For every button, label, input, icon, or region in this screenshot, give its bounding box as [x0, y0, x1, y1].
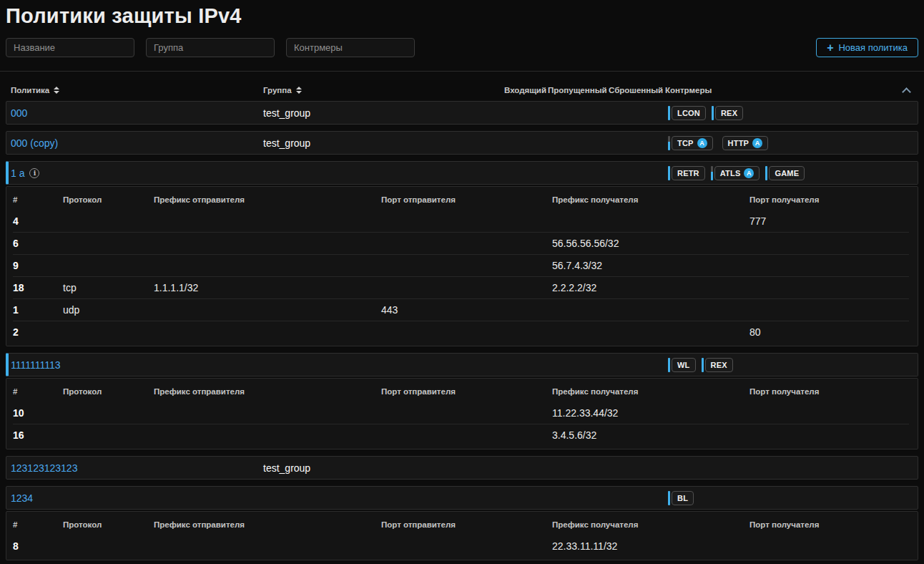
sort-icon[interactable]	[54, 87, 59, 94]
rules-subtable: #ПротоколПрефикс отправителяПорт отправи…	[6, 378, 918, 449]
rule-row: 18tcp1.1.1.1/322.2.2.2/32	[13, 276, 909, 298]
subtable-column-src_prefix: Префикс отправителя	[154, 520, 381, 529]
column-passed: Пропущенный	[548, 86, 609, 94]
info-icon[interactable]: i	[29, 168, 39, 178]
rule-dst_port: 80	[749, 326, 909, 338]
badge-pill: REX	[715, 106, 743, 120]
rules-subtable: #ПротоколПрефикс отправителяПорт отправи…	[6, 511, 918, 560]
policy-row[interactable]: 1 aiRETRATLSAGAME	[6, 161, 918, 185]
policy-group-value: test_group	[263, 462, 504, 474]
subtable-header: #ПротоколПрефикс отправителяПорт отправи…	[13, 381, 909, 402]
countermeasure-badges: TCPAHTTPA	[665, 136, 909, 150]
badge-level-bar-icon	[712, 106, 714, 120]
rule-row: 280	[13, 321, 909, 343]
collapse-all-chevron-icon[interactable]	[903, 87, 910, 94]
rule-row: 822.33.11.11/32	[13, 535, 909, 557]
column-policy: Политика	[11, 86, 263, 94]
badge-level-bar-icon	[765, 166, 767, 180]
rule-num: 8	[13, 540, 63, 552]
table-header: Политика Группа Входящий Пропущенный Сбр…	[6, 79, 918, 101]
countermeasure-badge: GAME	[765, 166, 805, 180]
subtable-column-protocol: Протокол	[63, 387, 154, 396]
group-filter-input[interactable]	[146, 38, 275, 57]
policy-cell: 1111111113	[11, 359, 263, 371]
badge-pill: HTTPA	[722, 136, 769, 150]
badge-label: LCON	[677, 109, 700, 117]
policy-link[interactable]: 1234	[11, 492, 33, 504]
rule-dst_prefix: 22.33.11.11/32	[552, 540, 749, 552]
subtable-column-src_prefix: Префикс отправителя	[154, 387, 381, 396]
policy-cell: 123123123123	[11, 462, 263, 474]
subtable-column-src_port: Порт отправителя	[381, 387, 552, 396]
policy-link[interactable]: 000	[11, 107, 27, 119]
policy-group-value: test_group	[263, 107, 504, 119]
sort-icon[interactable]	[296, 87, 302, 94]
subtable-column-num: #	[13, 520, 63, 529]
column-group: Группа	[263, 86, 504, 94]
rule-row: 163.4.5.6/32	[13, 424, 909, 446]
column-dropped: Сброшенный	[609, 86, 665, 94]
policy-cell: 1234	[11, 492, 263, 504]
policy-row[interactable]: 1234BL	[6, 486, 918, 510]
badge-pill: REX	[705, 358, 733, 372]
rule-row: 1011.22.33.44/32	[13, 402, 909, 424]
countermeasures-filter-input[interactable]	[286, 38, 415, 57]
plus-icon: +	[827, 42, 833, 54]
new-policy-label: Новая политика	[838, 42, 908, 53]
policy-link[interactable]: 123123123123	[11, 462, 77, 474]
badge-pill: LCON	[672, 106, 706, 120]
subtable-column-dst_prefix: Префикс получателя	[552, 520, 749, 529]
rule-dst_prefix: 3.4.5.6/32	[552, 429, 749, 441]
policy-row[interactable]: 000 (copy)test_groupTCPAHTTPA	[6, 131, 918, 155]
badge-level-bar-icon	[668, 491, 670, 505]
subtable-column-dst_port: Порт получателя	[749, 195, 909, 204]
policy-link[interactable]: 000 (copy)	[11, 137, 58, 149]
badge-level-bar-icon	[668, 166, 670, 180]
badge-label: TCP	[677, 139, 694, 147]
new-policy-button[interactable]: + Новая политика	[816, 38, 918, 57]
column-incoming: Входящий	[504, 86, 548, 94]
badge-label: REX	[721, 109, 737, 117]
rule-num: 18	[13, 282, 63, 293]
rule-num: 16	[13, 429, 63, 441]
badge-label: REX	[711, 361, 727, 369]
rules-subtable: #ПротоколПрефикс отправителяПорт отправи…	[6, 186, 918, 346]
subtable-column-dst_port: Порт получателя	[749, 387, 909, 396]
auto-mode-icon: A	[752, 138, 762, 148]
filters-bar: + Новая политика	[6, 38, 918, 57]
badge-pill: ATLSA	[714, 166, 760, 180]
countermeasure-badges: RETRATLSAGAME	[665, 166, 909, 180]
policy-link[interactable]: 1111111113	[11, 359, 61, 371]
policy-cell: 1 ai	[11, 167, 263, 179]
badge-label: WL	[677, 361, 690, 369]
countermeasure-badges: BL	[665, 491, 909, 505]
auto-mode-icon: A	[697, 138, 707, 148]
rule-num: 4	[13, 215, 63, 227]
badge-pill: BL	[672, 491, 694, 505]
subtable-column-num: #	[13, 387, 63, 396]
countermeasure-badges: WLREX	[665, 358, 909, 372]
name-filter-input[interactable]	[6, 38, 134, 57]
countermeasure-badge: RETR	[668, 166, 705, 180]
policy-row[interactable]: 123123123123test_group	[6, 456, 918, 480]
rule-dst_prefix: 11.22.33.44/32	[552, 407, 749, 419]
policy-cell: 000 (copy)	[11, 137, 263, 149]
page-title: Политики защиты IPv4	[6, 4, 918, 28]
header-divider	[0, 71, 924, 72]
policy-row[interactable]: 1111111113WLREX	[6, 353, 918, 376]
column-policy-label: Политика	[11, 86, 49, 94]
subtable-column-src_prefix: Префикс отправителя	[154, 195, 381, 204]
subtable-column-protocol: Протокол	[63, 195, 154, 204]
badge-level-bar-icon	[719, 136, 721, 150]
badge-label: ATLS	[720, 169, 741, 178]
rule-num: 1	[13, 304, 63, 316]
rule-row: 4777	[13, 210, 909, 232]
badge-label: GAME	[775, 169, 799, 178]
policy-link[interactable]: 1 a	[11, 167, 24, 179]
subtable-column-src_port: Порт отправителя	[381, 520, 552, 529]
badge-pill: GAME	[769, 166, 805, 180]
subtable-column-src_port: Порт отправителя	[381, 195, 552, 204]
badge-level-bar-icon	[668, 106, 670, 120]
countermeasure-badge: BL	[668, 491, 694, 505]
policy-row[interactable]: 000test_groupLCONREX	[6, 101, 918, 125]
